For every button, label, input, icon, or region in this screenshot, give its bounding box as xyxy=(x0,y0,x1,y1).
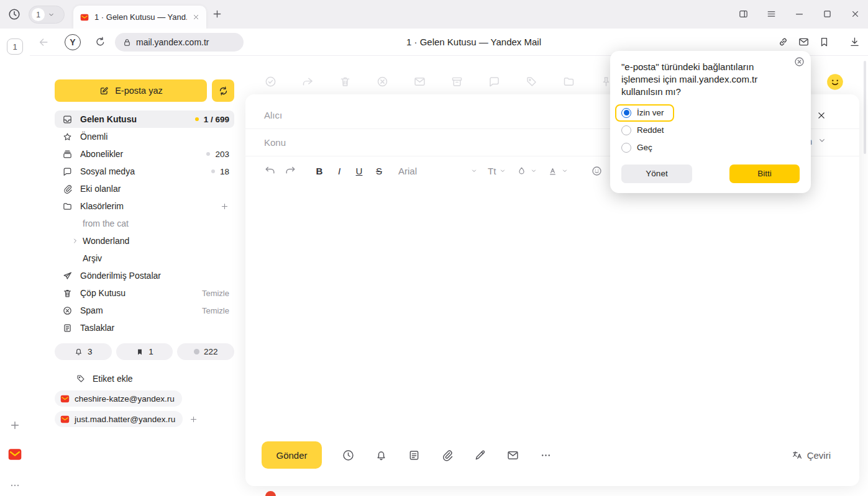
tab-close-icon[interactable] xyxy=(192,13,200,21)
reminders-pill[interactable]: 3 xyxy=(55,343,112,360)
side-panels-icon[interactable] xyxy=(738,9,749,19)
compose-button[interactable]: E-posta yaz xyxy=(55,79,207,102)
close-compose-icon[interactable] xyxy=(816,110,827,121)
history-icon[interactable] xyxy=(7,7,21,21)
menu-icon[interactable] xyxy=(766,9,777,19)
folder-spam[interactable]: Spam Temizle xyxy=(55,302,234,319)
inbox-icon xyxy=(62,114,73,125)
strip-more-icon[interactable] xyxy=(9,479,21,492)
folder-trash[interactable]: Çöp Kutusu Temizle xyxy=(55,284,234,302)
strip-add-icon[interactable] xyxy=(9,419,21,431)
radio-icon[interactable] xyxy=(621,125,631,135)
window-maximize-button[interactable] xyxy=(822,9,833,19)
folder-from-the-cat[interactable]: from the cat xyxy=(55,215,234,232)
select-all-icon[interactable] xyxy=(264,75,277,88)
strip-tab-indicator[interactable]: 1 xyxy=(7,38,23,55)
new-tab-button[interactable] xyxy=(211,8,223,20)
comment-icon[interactable] xyxy=(488,75,501,88)
clear-folder-link[interactable]: Temizle xyxy=(202,289,229,298)
redo-icon[interactable] xyxy=(284,165,296,177)
folder-my-folders[interactable]: Klasörlerim xyxy=(55,197,234,215)
reload-button[interactable] xyxy=(94,36,106,48)
font-size-select[interactable]: Tt xyxy=(488,166,506,176)
option-deny[interactable]: Reddet xyxy=(621,122,800,139)
scrollbar[interactable] xyxy=(864,61,866,154)
attach-file-icon[interactable] xyxy=(441,449,454,462)
collapse-compose-icon[interactable] xyxy=(817,135,827,145)
radio-icon[interactable] xyxy=(621,143,631,153)
spam-icon[interactable] xyxy=(376,75,389,88)
tab-group-button[interactable]: 1 xyxy=(29,6,65,24)
underline-button[interactable]: U xyxy=(352,166,366,176)
bold-button[interactable]: B xyxy=(313,166,326,176)
dialog-close-icon[interactable] xyxy=(793,56,805,68)
downloads-icon[interactable] xyxy=(849,36,861,48)
folder-important[interactable]: Önemli xyxy=(55,128,234,145)
folder-with-attachments[interactable]: Eki olanlar xyxy=(55,180,234,197)
option-allow[interactable]: İzin ver xyxy=(615,104,674,122)
template-icon[interactable] xyxy=(408,449,421,462)
radio-selected-icon[interactable] xyxy=(621,108,631,118)
chevron-right-icon[interactable] xyxy=(71,237,80,245)
folder-drafts[interactable]: Taslaklar xyxy=(55,319,234,336)
undo-icon[interactable] xyxy=(264,165,276,177)
yandex-mail-logo[interactable] xyxy=(7,446,23,462)
account-chip[interactable]: cheshire-katze@yandex.ru xyxy=(55,390,182,407)
user-avatar[interactable] xyxy=(826,73,843,90)
folder-social[interactable]: Sosyal medya 18 xyxy=(55,163,234,180)
account-chip[interactable]: just.mad.hatter@yandex.ru xyxy=(55,411,183,427)
add-folder-icon[interactable] xyxy=(220,202,229,211)
folder-archive[interactable]: Arşiv xyxy=(55,250,234,267)
window-minimize-button[interactable] xyxy=(794,9,805,19)
move-to-folder-icon[interactable] xyxy=(562,75,575,88)
window-close-button[interactable] xyxy=(850,9,861,19)
refresh-button[interactable] xyxy=(212,79,234,102)
message-toolbar-faded xyxy=(264,75,613,88)
yandex-logo-button[interactable]: Y xyxy=(65,34,81,50)
schedule-send-icon[interactable] xyxy=(342,449,355,462)
tag-icon xyxy=(76,374,86,384)
highlight-color-select[interactable] xyxy=(516,166,537,176)
postcard-icon[interactable] xyxy=(506,449,519,462)
add-label-button[interactable]: Etiket ekle xyxy=(55,374,234,384)
refresh-icon xyxy=(218,86,229,96)
forward-icon[interactable] xyxy=(301,75,314,88)
manage-button[interactable]: Yönet xyxy=(621,165,692,183)
strikethrough-button[interactable]: S xyxy=(372,166,386,176)
label-icon[interactable] xyxy=(525,75,538,88)
italic-button[interactable]: I xyxy=(332,166,346,176)
signature-pen-icon[interactable] xyxy=(473,449,487,462)
copy-link-icon[interactable] xyxy=(777,36,789,48)
more-options-icon[interactable] xyxy=(539,449,552,462)
chevron-down-icon xyxy=(530,167,537,174)
clear-folder-link[interactable]: Temizle xyxy=(202,306,229,315)
text-color-select[interactable] xyxy=(547,166,569,176)
delete-icon[interactable] xyxy=(339,75,352,88)
option-skip[interactable]: Geç xyxy=(621,139,800,156)
archive-icon[interactable] xyxy=(450,75,464,88)
done-button[interactable]: Bitti xyxy=(729,165,800,183)
red-badge-sliver xyxy=(265,491,276,496)
emoji-icon[interactable] xyxy=(591,165,603,177)
translate-button[interactable]: Çeviri xyxy=(792,449,831,461)
chevron-down-icon xyxy=(561,167,569,174)
folder-inbox[interactable]: Gelen Kutusu 1 / 699 xyxy=(55,110,234,128)
unread-dot xyxy=(195,117,199,121)
folder-list: Gelen Kutusu 1 / 699 Önemli Abonelikler … xyxy=(55,110,234,336)
unread-pill[interactable]: 222 xyxy=(177,343,234,360)
font-family-select[interactable]: Arial xyxy=(398,166,478,176)
add-account-icon[interactable] xyxy=(189,415,198,424)
folder-sent[interactable]: Gönderilmiş Postalar xyxy=(55,267,234,284)
address-bar[interactable]: mail.yandex.com.tr xyxy=(115,33,244,52)
active-tab[interactable]: 1 · Gelen Kutusu — Yand... xyxy=(73,6,206,29)
account-row: cheshire-katze@yandex.ru xyxy=(55,390,234,407)
bookmark-flag-icon[interactable] xyxy=(818,36,830,48)
folder-wonderland[interactable]: Wonderland xyxy=(55,232,234,250)
bookmarked-pill[interactable]: 1 xyxy=(116,343,173,360)
mark-read-icon[interactable] xyxy=(413,75,426,88)
back-button[interactable] xyxy=(37,36,50,48)
mail-notifier-icon[interactable] xyxy=(798,36,810,48)
folder-subscriptions[interactable]: Abonelikler 203 xyxy=(55,145,234,163)
send-button[interactable]: Gönder xyxy=(262,441,322,469)
reminder-bell-icon[interactable] xyxy=(375,449,388,462)
